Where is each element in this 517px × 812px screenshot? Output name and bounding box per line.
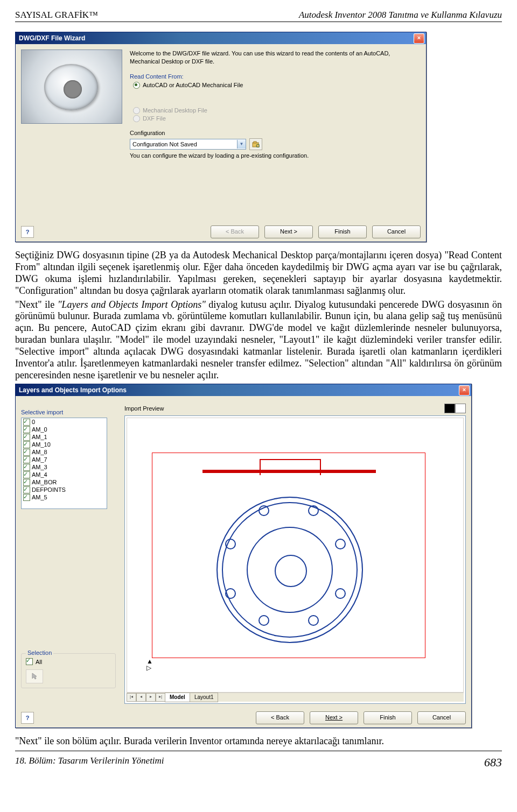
selective-import-label: Selective import bbox=[21, 409, 116, 415]
radio-icon bbox=[133, 107, 140, 114]
checkbox-icon[interactable] bbox=[23, 494, 30, 501]
paragraph-2: "Next" ile "Layers and Objects Import Op… bbox=[15, 299, 502, 382]
preview-canvas-wrap: ▲ ▷ |◂ ◂ ▸ ▸| Model Layout1 bbox=[124, 415, 466, 704]
next-button[interactable]: Next > bbox=[264, 225, 313, 238]
swatch-white[interactable] bbox=[455, 404, 466, 413]
layers-import-options-dialog: Layers and Objects Import Options × Sele… bbox=[15, 384, 472, 728]
tab-bar: |◂ ◂ ▸ ▸| Model Layout1 bbox=[127, 693, 464, 702]
configuration-label: Configuration bbox=[130, 130, 421, 136]
browse-button[interactable] bbox=[249, 138, 262, 150]
background-toggle[interactable] bbox=[444, 404, 466, 413]
preview-thumbnail bbox=[21, 50, 122, 124]
list-item[interactable]: DEFPOINTS bbox=[22, 486, 107, 493]
radio-mdt: Mechanical Desktop File bbox=[133, 107, 421, 114]
cancel-button[interactable]: Cancel bbox=[372, 225, 421, 238]
titlebar[interactable]: DWG/DXF File Wizard × bbox=[16, 32, 426, 44]
preview-column: Import Preview bbox=[124, 404, 466, 704]
tab-next-icon[interactable]: ▸ bbox=[146, 693, 156, 702]
preview-canvas[interactable]: ▲ ▷ bbox=[127, 418, 464, 693]
radio-label: DXF File bbox=[143, 115, 166, 122]
close-icon[interactable]: × bbox=[459, 385, 470, 396]
paragraph-3: "Next" ile son bölüm açılır. Burada veri… bbox=[15, 736, 502, 747]
cancel-button[interactable]: Cancel bbox=[417, 711, 466, 724]
tab-last-icon[interactable]: ▸| bbox=[156, 693, 165, 702]
back-button: < Back bbox=[211, 225, 259, 238]
dialog-title: Layers and Objects Import Options bbox=[19, 386, 127, 394]
configuration-combo[interactable]: Configuration Not Saved ▼ bbox=[130, 139, 246, 150]
finish-button[interactable]: Finish bbox=[318, 225, 367, 238]
list-item[interactable]: AM_BOR bbox=[22, 478, 107, 486]
svg-rect-1 bbox=[254, 142, 256, 143]
radio-label: Mechanical Desktop File bbox=[143, 107, 207, 114]
next-button[interactable]: Next > bbox=[310, 711, 358, 724]
footer-chapter: 18. Bölüm: Tasarım Verilerinin Yönetimi bbox=[15, 755, 164, 769]
footer-rule bbox=[15, 751, 502, 751]
dialog-button-row: ? < Back Next > Finish Cancel bbox=[16, 222, 426, 242]
paragraph-1: Seçtiğiniz DWG dosyasının tipine (2B ya … bbox=[15, 250, 502, 297]
checkbox-icon[interactable] bbox=[26, 658, 33, 665]
list-item[interactable]: AM_8 bbox=[22, 448, 107, 456]
page-header: SAYISAL GRAFİK™ Autodesk Inventor 2008 T… bbox=[15, 10, 502, 20]
left-column: Selective import 0 AM_0 AM_1 AM_10 AM_8 … bbox=[21, 404, 116, 704]
tab-model[interactable]: Model bbox=[165, 693, 190, 702]
tab-layout1[interactable]: Layout1 bbox=[190, 693, 219, 702]
tab-first-icon[interactable]: |◂ bbox=[127, 693, 136, 702]
radio-dxf: DXF File bbox=[133, 115, 421, 122]
list-item[interactable]: AM_3 bbox=[22, 463, 107, 471]
header-rule bbox=[15, 22, 502, 22]
selection-group-label: Selection bbox=[26, 649, 53, 656]
layers-listbox[interactable]: 0 AM_0 AM_1 AM_10 AM_8 AM_7 AM_3 AM_4 AM… bbox=[21, 418, 107, 509]
dialog-title: DWG/DXF File Wizard bbox=[19, 34, 85, 42]
list-item[interactable]: AM_10 bbox=[22, 441, 107, 448]
header-left: SAYISAL GRAFİK™ bbox=[15, 10, 98, 20]
chevron-down-icon[interactable]: ▼ bbox=[237, 140, 246, 149]
read-content-label: Read Content From: bbox=[130, 73, 421, 80]
swatch-black[interactable] bbox=[444, 404, 455, 413]
list-item[interactable]: 0 bbox=[22, 418, 107, 426]
selection-all-checkbox[interactable]: All bbox=[26, 658, 111, 665]
back-button[interactable]: < Back bbox=[256, 711, 304, 724]
radio-icon bbox=[133, 115, 140, 122]
radio-label: AutoCAD or AutoCAD Mechanical File bbox=[143, 82, 243, 88]
help-button[interactable]: ? bbox=[21, 226, 34, 238]
wizard-intro-text: Welcome to the DWG/DXF file wizard. You … bbox=[130, 50, 421, 66]
list-item[interactable]: AM_1 bbox=[22, 433, 107, 441]
pick-cursor-button bbox=[26, 669, 43, 683]
help-button[interactable]: ? bbox=[21, 712, 34, 724]
combo-value: Configuration Not Saved bbox=[132, 141, 197, 147]
finish-button[interactable]: Finish bbox=[364, 711, 412, 724]
dialog-button-row: ? < Back Next > Finish Cancel bbox=[16, 708, 471, 728]
footer-page-number: 683 bbox=[484, 755, 502, 769]
radio-autocad[interactable]: AutoCAD or AutoCAD Mechanical File bbox=[133, 82, 421, 89]
tab-prev-icon[interactable]: ◂ bbox=[136, 693, 146, 702]
selection-group: Selection All bbox=[21, 653, 116, 688]
list-item[interactable]: AM_5 bbox=[22, 493, 107, 501]
rotor-drawing bbox=[216, 497, 363, 643]
titlebar[interactable]: Layers and Objects Import Options × bbox=[16, 384, 471, 396]
dwg-file-wizard-dialog: DWG/DXF File Wizard × Welcome to the DWG… bbox=[15, 32, 427, 242]
import-preview-label: Import Preview bbox=[124, 405, 164, 412]
list-item[interactable]: AM_7 bbox=[22, 456, 107, 463]
flange-section bbox=[202, 459, 376, 484]
page-footer: 18. Bölüm: Tasarım Verilerinin Yönetimi … bbox=[15, 755, 502, 769]
axis-indicator: ▷ bbox=[146, 664, 151, 672]
header-right: Autodesk Inventor 2008 Tanıtma ve Kullan… bbox=[299, 10, 502, 20]
list-item[interactable]: AM_0 bbox=[22, 426, 107, 433]
configuration-hint: You can configure the wizard by loading … bbox=[130, 152, 421, 159]
radio-icon bbox=[133, 82, 140, 89]
close-icon[interactable]: × bbox=[414, 33, 424, 44]
list-item[interactable]: AM_4 bbox=[22, 471, 107, 478]
